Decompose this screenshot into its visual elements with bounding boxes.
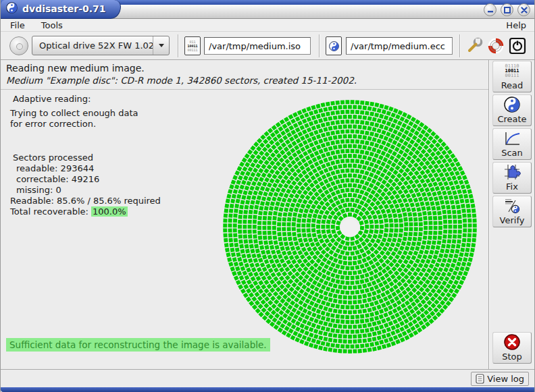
stop-icon [503,333,521,352]
recoverable-line: Total recoverable: 100.0% [10,206,220,217]
scan-button-label: Scan [501,148,523,158]
fix-button[interactable]: Fix [492,162,532,194]
stop-button[interactable]: Stop [492,332,532,364]
curve-chart-icon [503,129,521,148]
status-line1: Reading new medium image. [6,63,488,74]
scan-button[interactable]: Scan [492,128,532,160]
ecc-path-input[interactable] [346,37,453,55]
drive-selector-value: Optical drive 52X FW 1.02 [39,40,153,51]
sidebar-separator [488,60,490,369]
verify-button-label: Verify [500,215,525,225]
view-log-button[interactable]: View log [471,372,529,386]
menu-help[interactable]: Help [506,20,526,30]
app-window: dvdisaster-0.71 File Tools Help Optical … [0,0,535,392]
recoverable-label: Total recoverable: [10,206,91,217]
window-title: dvdisaster-0.71 [22,3,106,14]
maximize-button[interactable] [501,3,513,16]
create-button[interactable]: Create [492,94,532,126]
app-yinyang-icon [6,2,18,16]
readable-summary: Readable: 85.6% / 85.6% required [10,196,220,206]
compare-icon [503,196,521,215]
quit-button[interactable] [507,36,528,56]
recoverable-value: 100.0% [91,206,128,217]
toolbar-separator [178,34,179,57]
dropdown-arrow-icon [153,36,169,55]
stop-button-label: Stop [502,352,522,362]
status-header: Reading new medium image. Medium "Exampl… [1,61,488,90]
puzzle-icon [503,163,521,181]
iso-file-icon: 011 10011 00111 [184,36,201,55]
iso-icon-line: 00111 [187,48,197,52]
toolbar-separator [319,34,320,57]
power-icon [509,37,526,55]
status-line2: Medium "Example disc": CD-R mode 1, 3428… [6,75,488,86]
yinyang-icon [504,95,520,114]
create-button-label: Create [497,114,526,124]
cd-drive-icon [9,36,28,55]
sectors-missing: missing: 0 [10,185,220,196]
help-button[interactable] [486,36,506,56]
sectors-title: Sectors processed [10,152,220,163]
view-log-label: View log [487,374,524,384]
statusbar: View log [1,369,535,387]
binary-line: 00111 [505,74,519,78]
description-line: Trying to collect enough data [10,108,220,119]
ecc-file-icon [326,36,342,55]
toolbar-separator [459,34,461,57]
read-button[interactable]: 01110 10011 00111 Read [492,61,532,92]
description-line: for error correction. [10,119,220,130]
preferences-button[interactable] [464,36,484,56]
sectors-correctable: correctable: 49216 [10,174,220,185]
wrench-icon [465,37,483,55]
menu-tools[interactable]: Tools [41,20,63,30]
drive-selector-dropdown[interactable]: Optical drive 52X FW 1.02 [32,36,170,55]
binary-read-icon: 01110 10011 00111 [505,61,519,80]
titlebar[interactable]: dvdisaster-0.71 [1,0,535,19]
iso-path-input[interactable] [204,37,311,55]
toolbar: Optical drive 52X FW 1.02 011 10011 0011… [1,32,535,60]
sectors-panel: Sectors processed readable: 293644 corre… [10,152,220,217]
footer-message: Sufficient data for reconstructing the i… [6,338,270,352]
minimize-button[interactable] [484,3,496,16]
fix-button-label: Fix [506,181,518,192]
menu-file[interactable]: File [10,20,25,30]
close-button[interactable] [517,3,530,16]
read-button-label: Read [501,80,524,90]
lifebuoy-icon [488,38,504,54]
verify-button[interactable]: Verify [492,196,532,227]
menubar: File Tools Help [1,19,535,32]
window-frame-bottom [1,387,535,392]
mode-description: Trying to collect enough data for error … [10,108,220,130]
mode-label: Adaptive reading: [13,94,222,104]
title-tab[interactable]: dvdisaster-0.71 [1,0,121,19]
sectors-readable: readable: 293644 [10,163,220,174]
log-list-icon [476,374,484,384]
